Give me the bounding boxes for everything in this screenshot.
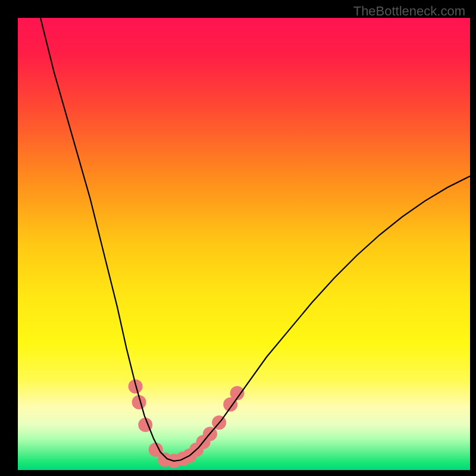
bottleneck-chart bbox=[18, 18, 470, 470]
gradient-background bbox=[18, 18, 470, 470]
plot-area bbox=[18, 18, 470, 470]
watermark-text: TheBottleneck.com bbox=[353, 4, 465, 19]
